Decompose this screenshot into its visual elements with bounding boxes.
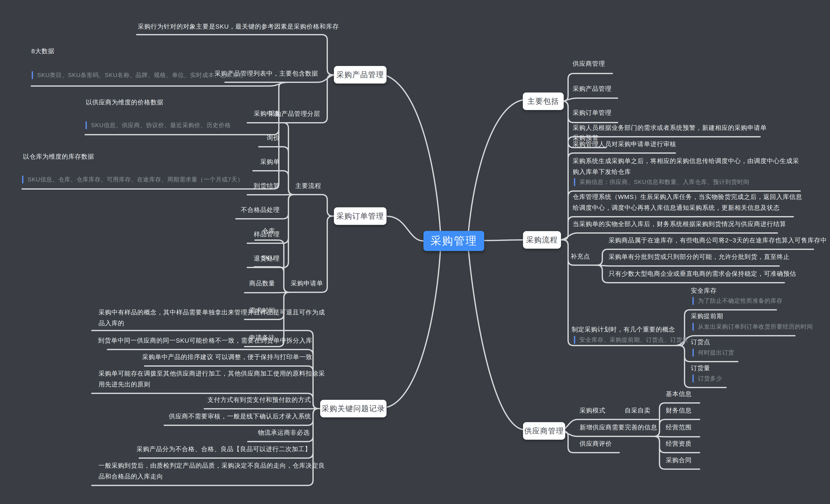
main-topic-boxF[interactable]: 供应商管理 xyxy=(523,422,565,440)
topic-c5[interactable]: 支付方式有到货支付和预付款的方式 xyxy=(208,395,311,404)
note-bar-icon xyxy=(693,323,694,331)
topic-c4[interactable]: 采购单可能存在调拨至其他供应商进行加工，其他供应商加工使用的原料扣除采 用先进先… xyxy=(98,368,325,390)
main-topic-boxE[interactable]: 采购流程 xyxy=(523,231,561,249)
topic-a1c[interactable]: 以仓库为维度的库存数据 xyxy=(23,152,94,161)
note-bar-icon xyxy=(86,121,87,129)
main-topic-boxB[interactable]: 采购订单管理 xyxy=(334,207,386,225)
topic-f1a[interactable]: 自采自卖 xyxy=(625,406,650,415)
note-e7: 安全库存、采购提前期、订货点、订货量 xyxy=(579,336,688,344)
topic-e6c[interactable]: 只有少数大型电商企业或垂直电商的需求会保持稳定，可准确预估 xyxy=(609,269,796,278)
topic-d2[interactable]: 采购产品管理 xyxy=(573,84,611,93)
topic-f1[interactable]: 采购模式 xyxy=(580,406,605,415)
branch-connector xyxy=(245,292,302,293)
note-e7c: 何时提出订货 xyxy=(698,348,734,357)
branch-connector xyxy=(288,195,335,216)
note-bar-icon xyxy=(32,71,33,79)
topic-f2b[interactable]: 财务信息 xyxy=(666,406,692,415)
topic-e6a[interactable]: 采购商品属于在途库存，有些电商公司将2~3天的在途库存也算入可售库存中 xyxy=(609,236,827,245)
branch-connector xyxy=(558,98,617,101)
note-bar-icon xyxy=(693,375,694,382)
note-a1a: SKU类目、SKU条形码、SKU名称、品牌、规格、单位、实时成本、总体库存 xyxy=(37,71,245,79)
topic-b1e[interactable]: 不合格品处理 xyxy=(241,205,280,214)
topic-d3[interactable]: 采购订单管理 xyxy=(573,108,611,117)
topic-f3[interactable]: 供应商评价 xyxy=(580,439,612,448)
topic-f2c[interactable]: 经营范围 xyxy=(666,423,692,432)
note-bar-icon xyxy=(574,178,575,186)
note-e3: 采购信息：供应商、SKU信息和数量、入库仓库、预计到货时间 xyxy=(579,178,749,186)
center-link xyxy=(469,251,523,430)
note-bar-icon xyxy=(22,176,23,184)
topic-c1[interactable]: 采购中有样品的概念，其中样品需要单独拿出来管理并且样品是可退且可作为成 品入库的 xyxy=(98,307,325,328)
topic-e7d[interactable]: 订货量 xyxy=(691,364,710,373)
topic-b2[interactable]: 采购申请单 xyxy=(291,279,323,288)
center-link xyxy=(387,76,440,231)
topic-e7a[interactable]: 安全库存 xyxy=(691,286,717,295)
topic-a0[interactable]: 采购行为针对的对象主要是SKU，最关键的参考因素是采购价格和库存 xyxy=(138,22,339,31)
topic-c6[interactable]: 供应商不需要审核，一般是线下确认后才录入系统 xyxy=(169,412,311,421)
mindmap-canvas[interactable]: 采购管理采购产品管理采购订单管理采购关键问题记录主要包括采购流程供应商管理采购行… xyxy=(0,0,830,504)
center-link xyxy=(484,240,523,241)
topic-e1[interactable]: 采购人员根据业务部门的需求或者系统预警，新建相应的采购申请单 xyxy=(573,123,767,132)
note-bar-icon xyxy=(693,349,694,356)
topic-e7b[interactable]: 采购提前期 xyxy=(691,312,723,321)
topic-c2[interactable]: 到货单中同一供应商的同一SKU可能价格不一致，需要在到货单中拆分入库 xyxy=(98,336,312,345)
topic-b1b[interactable]: 询价 xyxy=(267,133,280,143)
topic-c3[interactable]: 采购单中产品的排序建议 可以调整，便于保持与打印单一致 xyxy=(142,352,312,361)
topic-e6b[interactable]: 采购单有分批到货或只到部分的可能，允许分批到货，直至终止 xyxy=(609,252,790,261)
main-topic-boxC[interactable]: 采购关键问题记录 xyxy=(320,400,386,417)
main-topic-boxD[interactable]: 主要包括 xyxy=(523,93,564,110)
note-e7b: 从发出采购订单到订单收货所要经历的时间 xyxy=(698,322,813,331)
topic-d1[interactable]: 供应商管理 xyxy=(573,59,605,68)
note-bar-icon xyxy=(574,336,575,344)
note-a1c: SKU信息、仓库、仓库库存、可用库存、在途库存、周期需求量（一个月或7天） xyxy=(28,176,243,184)
topic-a1a[interactable]: 8大数据 xyxy=(31,46,55,56)
topic-c9[interactable]: 一般采购到货后，由质检判定产品的品质，采购决定不良品的走向，仓库决定良 品和合格… xyxy=(98,460,325,482)
main-topic-boxA[interactable]: 采购产品管理 xyxy=(334,66,386,84)
topic-b2b[interactable]: SKU xyxy=(261,253,275,262)
topic-f2a[interactable]: 基本信息 xyxy=(666,389,692,399)
center-link xyxy=(469,100,523,231)
topic-e4[interactable]: 仓库管理系统（WMS）生辰采购入库任务，当实物验货完成之后，返回入库信息 给调度… xyxy=(573,191,802,213)
branch-connector xyxy=(590,265,779,266)
branch-connector xyxy=(31,82,298,86)
topic-e7[interactable]: 制定采购计划时，有几个重要的概念 xyxy=(572,325,675,334)
central-topic[interactable]: 采购管理 xyxy=(423,231,484,251)
topic-f2d[interactable]: 经营资质 xyxy=(666,439,692,448)
topic-c8[interactable]: 采购产品分为不合格、合格、良品【良品可以进行二次加工】 xyxy=(136,444,311,454)
branch-connector xyxy=(649,436,700,437)
topic-e7c[interactable]: 订货点 xyxy=(691,337,710,347)
topic-e3[interactable]: 采购系统生成采购单之后，将相应的采购信息传给调度中心，由调度中心生成采 购入库单… xyxy=(573,156,799,177)
topic-a1b[interactable]: 以供应商为维度的价格数据 xyxy=(86,98,163,107)
note-e7a: 为了防止不确定性而准备的库存 xyxy=(698,297,783,305)
topic-e2[interactable]: 采购管理人员对采购申请单进行审核 xyxy=(573,139,676,149)
center-link xyxy=(387,251,440,407)
topic-b2a[interactable]: 仓库 xyxy=(262,226,275,235)
note-e7d: 订货多少 xyxy=(698,374,722,383)
topic-f2e[interactable]: 采购合同 xyxy=(666,455,692,465)
topic-b1c[interactable]: 采购单 xyxy=(260,157,280,166)
topic-f2[interactable]: 新增供应商需要完善的信息 xyxy=(580,423,657,432)
topic-e5[interactable]: 当采购单的实物全部入库后，财务系统根据采购到货情况与供应商进行结算 xyxy=(573,219,786,229)
branch-connector xyxy=(672,336,795,346)
topic-e6[interactable]: 补充点 xyxy=(571,252,590,261)
topic-c7[interactable]: 物流承运商非必选 xyxy=(258,428,310,437)
topic-b1d[interactable]: 到货结算 xyxy=(254,181,280,190)
topic-b1a[interactable]: 采购申请 xyxy=(254,109,280,118)
topic-b1[interactable]: 主要流程 xyxy=(295,181,321,190)
topic-b2c[interactable]: 商品数量 xyxy=(249,279,275,288)
note-bar-icon xyxy=(693,297,694,305)
note-a1b: SKU信息、供应商、协议价、最近采购价、历史价格 xyxy=(91,121,231,129)
center-link xyxy=(387,216,423,241)
